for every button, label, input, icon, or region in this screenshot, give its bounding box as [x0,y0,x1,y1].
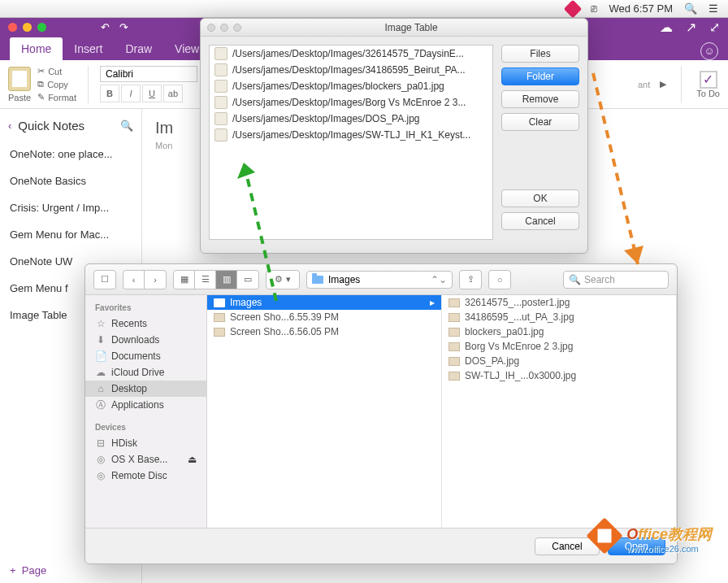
image-icon [214,328,225,337]
undo-icon[interactable]: ↶ [101,21,110,33]
list-item[interactable]: Screen Sho...6.56.05 PM [207,324,441,339]
sidebar-item-documents[interactable]: 📄Documents [85,348,206,364]
font-select[interactable] [100,66,197,82]
sidebar-item-desktop[interactable]: ⌂Desktop [85,381,206,397]
share-icon[interactable]: ↗ [686,20,696,35]
sidebar-note[interactable]: Gem Menu for Mac... [0,221,141,248]
sidebar-item-remote[interactable]: ◎Remote Disc [85,468,206,484]
finder-sidebar: Favorites ☆Recents ⬇Downloads 📄Documents… [85,295,207,528]
tab-insert[interactable]: Insert [63,37,114,60]
sidebar-note[interactable]: Crisis: Urgent / Imp... [0,194,141,221]
remove-button[interactable]: Remove [501,90,579,108]
spotlight-icon[interactable]: 🔍 [684,2,697,15]
file-row[interactable]: /Users/james/Desktop/Images/34186595_Bei… [210,62,492,78]
fullscreen-icon[interactable]: ⤢ [709,20,720,35]
copy-button[interactable]: ⧉ Copy [37,79,76,89]
close-icon[interactable] [207,24,215,32]
image-icon [214,313,225,322]
minimize-icon[interactable] [220,24,228,32]
format-button[interactable]: ✎ Format [37,92,76,102]
tab-draw[interactable]: Draw [114,37,163,60]
italic-button[interactable]: I [121,85,141,102]
file-row[interactable]: /Users/james/Desktop/Images/DOS_PA.jpg [210,111,492,127]
file-row[interactable]: /Users/james/Desktop/Images/blockers_pa0… [210,78,492,94]
chevron-right-icon[interactable]: ▶ [660,79,666,89]
minimize-icon[interactable] [23,23,32,32]
divider [88,66,89,103]
chevron-updown-icon: ⌃⌄ [431,274,447,285]
display-icon: ⎚ [591,2,597,15]
image-icon [448,328,460,337]
image-icon [448,357,460,366]
sidebar-item-applications[interactable]: ⒶApplications [85,397,206,413]
right-hint: ant [638,80,650,89]
forward-button[interactable]: › [145,271,166,289]
sync-icon[interactable]: ☁ [660,20,673,35]
ok-button[interactable]: OK [501,189,579,207]
underline-button[interactable]: U [142,85,162,102]
list-item[interactable]: SW-TLJ_IH_...0x3000.jpg [442,368,676,383]
file-row[interactable]: /Users/james/Desktop/Images/SW-TLJ_IH_K1… [210,127,492,143]
folder-button[interactable]: Folder [501,67,579,85]
file-row[interactable]: /Users/james/Desktop/Images/Borg Vs McEn… [210,94,492,111]
add-page-button[interactable]: + Page [10,564,46,576]
close-icon[interactable] [8,23,17,32]
list-item[interactable]: 34186595_...ut_PA_3.jpg [442,310,676,324]
search-icon[interactable]: 🔍 [120,120,133,132]
menu-icon[interactable]: ☰ [708,2,718,15]
list-item[interactable]: blockers_pa01.jpg [442,324,676,339]
arrange-button[interactable]: ⚙ ▾ [266,271,299,289]
back-button[interactable]: ‹ [124,271,145,289]
share-button[interactable]: ⇪ [460,271,481,289]
feedback-icon[interactable]: ☺ [700,42,718,60]
redo-icon[interactable]: ↷ [119,21,128,33]
menubar-datetime: Wed 6:57 PM [609,2,673,15]
sidebar-item-osx[interactable]: ◎OS X Base...⏏ [85,451,206,468]
list-item[interactable]: DOS_PA.jpg [442,354,676,368]
finder-toolbar: ☐ ‹› ▦ ☰ ▥ ▭ ⚙ ▾ Images ⌃⌄ ⇪ ○ 🔍 Search [85,264,677,295]
list-item[interactable]: Images▸ [207,295,441,310]
watermark: Office教程网 www.office26.com [626,524,712,554]
sidebar-note[interactable]: OneNote Basics [0,168,141,194]
sidebar-item-icloud[interactable]: ☁iCloud Drive [85,364,206,381]
sidebar-toggle-icon[interactable]: ☐ [94,271,115,289]
list-item[interactable]: Borg Vs McEnroe 2 3.jpg [442,339,676,354]
image-icon [448,342,460,351]
sidebar-item-downloads[interactable]: ⬇Downloads [85,332,206,348]
list-item[interactable]: 32614575_...poster1.jpg [442,295,676,310]
tags-button[interactable]: ○ [489,271,510,289]
sidebar-note[interactable]: OneNote: one place... [0,141,141,168]
column-2: 32614575_...poster1.jpg 34186595_...ut_P… [442,295,677,528]
strike-button[interactable]: ab [163,85,183,102]
sidebar-item-recents[interactable]: ☆Recents [85,315,206,332]
tab-home[interactable]: Home [10,37,63,60]
file-list[interactable]: /Users/james/Desktop/Images/32614575_7Da… [209,45,493,240]
path-selector[interactable]: Images ⌃⌄ [306,271,453,289]
todo-button[interactable]: ✓ To Do [696,71,720,98]
image-icon [448,298,460,307]
image-icon [448,313,460,322]
files-button[interactable]: Files [501,45,579,63]
zoom-icon[interactable] [233,24,241,32]
back-icon[interactable]: ‹ [8,120,11,132]
zoom-icon[interactable] [37,23,46,32]
search-icon: 🔍 [569,274,581,285]
chevron-right-icon: ▸ [430,297,435,308]
icon-view-button[interactable]: ▦ [174,271,195,289]
favorites-heading: Favorites [85,302,206,315]
list-view-button[interactable]: ☰ [195,271,216,289]
file-row[interactable]: /Users/james/Desktop/Images/32614575_7Da… [210,46,492,62]
cancel-button[interactable]: Cancel [501,212,579,230]
cut-button[interactable]: ✂ Cut [37,66,76,76]
checkmark-icon: ✓ [700,71,717,89]
paste-button[interactable]: Paste [8,67,31,102]
bold-button[interactable]: B [100,85,119,102]
gallery-view-button[interactable]: ▭ [237,271,258,289]
sidebar-item-hdisk[interactable]: ⊟HDisk [85,435,206,451]
list-item[interactable]: Screen Sho...6.55.39 PM [207,310,441,324]
finder-search-input[interactable]: 🔍 Search [563,271,669,289]
folder-icon [312,276,323,284]
column-view-button[interactable]: ▥ [216,271,237,289]
devices-heading: Devices [85,421,206,435]
clear-button[interactable]: Clear [501,113,579,131]
